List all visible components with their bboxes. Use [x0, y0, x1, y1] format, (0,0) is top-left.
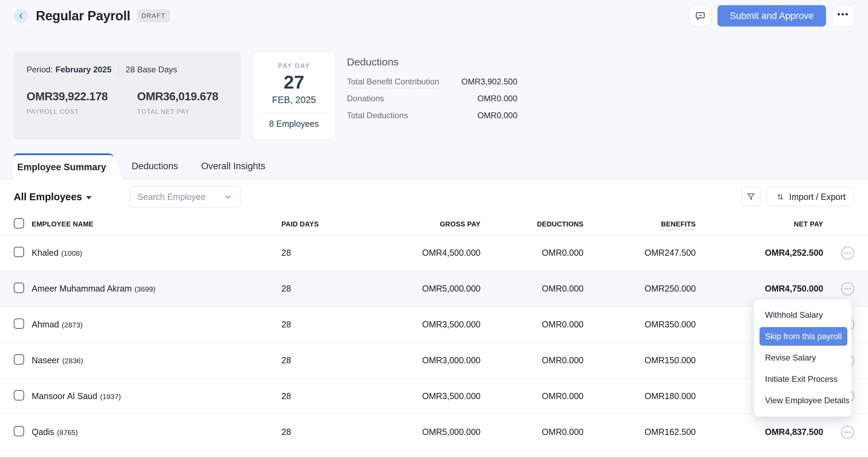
header-actions: Submit and Approve ••• [689, 5, 854, 27]
row-checkbox[interactable] [14, 354, 24, 365]
gross-pay-cell: OMR4,500.000 [392, 248, 480, 258]
employee-name: Ameer Muhammad Akram(3699) [32, 284, 281, 294]
period-card: Period: February 2025 28 Base Days OMR39… [14, 52, 241, 139]
gross-pay-cell: OMR5,000.000 [392, 284, 480, 294]
deductions-cell: OMR0.000 [480, 427, 583, 437]
import-export-label: Import / Export [789, 192, 846, 202]
menu-item-skip-from-this-payroll[interactable]: Skip from this payroll [760, 327, 847, 346]
employee-table: Khaled(1008) 28 OMR4,500.000 OMR0.000 OM… [0, 235, 868, 450]
benefits-cell: OMR162.500 [583, 427, 696, 437]
employee-name: Khaled(1008) [32, 248, 281, 258]
employee-name: Naseer(2836) [32, 355, 281, 365]
row-checkbox[interactable] [14, 318, 24, 329]
total-net-pay-label: TOTAL NET PAY [137, 108, 218, 115]
status-badge: DRAFT [137, 9, 169, 22]
benefits-cell: OMR350.000 [583, 319, 696, 329]
table-row: Ameer Muhammad Akram(3699) 28 OMR5,000.0… [0, 271, 868, 307]
employee-id: (2873) [62, 321, 83, 329]
benefits-cell: OMR247.500 [583, 248, 696, 258]
page-header: Regular Payroll DRAFT Submit and Approve… [0, 0, 868, 32]
employee-name: Ahmad(2873) [32, 319, 281, 329]
payday-card: PAY DAY 27 FEB, 2025 8 Employees [252, 52, 335, 139]
back-button[interactable] [14, 9, 28, 23]
row-actions-button[interactable] [841, 246, 854, 260]
deduction-row: Donations OMR0.000 [347, 94, 517, 111]
payday-label: PAY DAY [253, 62, 335, 70]
search-placeholder: Search Employee [137, 192, 205, 202]
paid-days-cell: 28 [281, 355, 392, 365]
row-checkbox[interactable] [14, 390, 24, 400]
employee-id: (1937) [100, 393, 121, 400]
page-title: Regular Payroll [36, 9, 130, 23]
total-deductions-label: Total Deductions [347, 111, 408, 120]
column-employee-name: EMPLOYEE NAME [32, 220, 281, 228]
total-deductions-value: OMR0.000 [477, 111, 517, 120]
benefits-cell: OMR150.000 [583, 355, 696, 365]
row-checkbox[interactable] [14, 247, 24, 257]
total-net-pay-stat: OMR36,019.678 TOTAL NET PAY [137, 90, 218, 115]
back-chevron-icon [17, 12, 25, 20]
menu-item-revise-salary[interactable]: Revise Salary [754, 347, 851, 368]
total-net-pay-value: OMR36,019.678 [137, 90, 218, 103]
gross-pay-cell: OMR5,000.000 [392, 427, 480, 437]
divider [261, 112, 327, 113]
row-actions-button[interactable] [841, 426, 854, 439]
period-line: Period: February 2025 28 Base Days [27, 64, 228, 75]
row-checkbox[interactable] [14, 426, 24, 436]
table-row: Khaled(1008) 28 OMR4,500.000 OMR0.000 OM… [0, 235, 868, 271]
employee-filter-dropdown[interactable]: All Employees [14, 191, 92, 203]
tab-deductions[interactable]: Deductions [132, 153, 178, 179]
more-actions-button[interactable]: ••• [832, 5, 854, 27]
comments-button[interactable] [689, 5, 711, 27]
payroll-cost-label: PAYROLL COST [27, 108, 137, 115]
period-stats: OMR39,922.178 PAYROLL COST OMR36,019.678… [27, 90, 228, 115]
deductions-cell: OMR0.000 [480, 391, 583, 401]
payroll-run-page: { "header": { "title": "Regular Payroll"… [0, 0, 868, 457]
submit-approve-button[interactable]: Submit and Approve [717, 5, 826, 27]
gross-pay-cell: OMR3,500.000 [392, 391, 480, 401]
net-pay-cell: OMR4,837.500 [696, 427, 823, 437]
table-header: EMPLOYEE NAME PAID DAYS GROSS PAY DEDUCT… [0, 214, 868, 235]
tab-employee-summary[interactable]: Employee Summary [13, 153, 110, 180]
deductions-panel: Deductions Total Benefit Contribution OM… [347, 52, 517, 128]
import-export-icon [775, 192, 785, 202]
menu-item-withhold-salary[interactable]: Withhold Salary [754, 304, 851, 326]
menu-item-initiate-exit-process[interactable]: Initiate Exit Process [754, 368, 851, 390]
deductions-rows: Total Benefit Contribution OMR3,902.500 … [347, 77, 517, 128]
payday-employee-count: 8 Employees [253, 119, 335, 129]
tab-bar: Employee Summary Deductions Overall Insi… [0, 153, 868, 179]
donations-label: Donations [347, 94, 384, 103]
deductions-title: Deductions [347, 56, 517, 68]
total-benefit-contribution-label[interactable]: Total Benefit Contribution [347, 77, 439, 88]
comment-icon [695, 11, 705, 21]
paid-days-cell: 28 [281, 319, 392, 329]
row-actions-button[interactable] [841, 282, 854, 295]
gross-pay-cell: OMR3,500.000 [392, 319, 480, 329]
deductions-cell: OMR0.000 [480, 319, 583, 329]
paid-days-cell: 28 [281, 427, 392, 437]
gross-pay-cell: OMR3,000.000 [392, 355, 480, 365]
benefits-cell: OMR250.000 [583, 284, 696, 294]
import-export-button[interactable]: Import / Export [767, 187, 854, 206]
list-toolbar: All Employees Search Employee Import / E… [0, 179, 868, 214]
caret-down-icon [86, 196, 92, 200]
table-row: Ahmad(2873) 28 OMR3,500.000 OMR0.000 OMR… [0, 307, 868, 343]
filter-icon [746, 192, 756, 202]
employee-filter-label: All Employees [14, 191, 82, 203]
deduction-row: Total Deductions OMR0.000 [347, 111, 517, 128]
payday-date: FEB, 2025 [253, 95, 335, 105]
select-all-checkbox[interactable] [14, 218, 24, 228]
filter-button[interactable] [741, 187, 761, 206]
table-row: Mansoor Al Saud(1937) 28 OMR3,500.000 OM… [0, 378, 868, 414]
row-checkbox[interactable] [14, 283, 24, 293]
payday-day: 27 [253, 72, 335, 92]
menu-item-view-employee-details[interactable]: View Employee Details [754, 390, 851, 411]
row-context-menu: Withhold SalarySkip from this payrollRev… [754, 299, 851, 417]
employee-id: (3699) [134, 285, 155, 293]
search-employee-input[interactable]: Search Employee [130, 186, 240, 207]
employee-id: (8765) [57, 428, 78, 436]
donations-value: OMR0.000 [477, 94, 517, 103]
divider [118, 64, 119, 75]
tab-overall-insights[interactable]: Overall Insights [201, 153, 265, 179]
chevron-down-icon [224, 192, 232, 201]
